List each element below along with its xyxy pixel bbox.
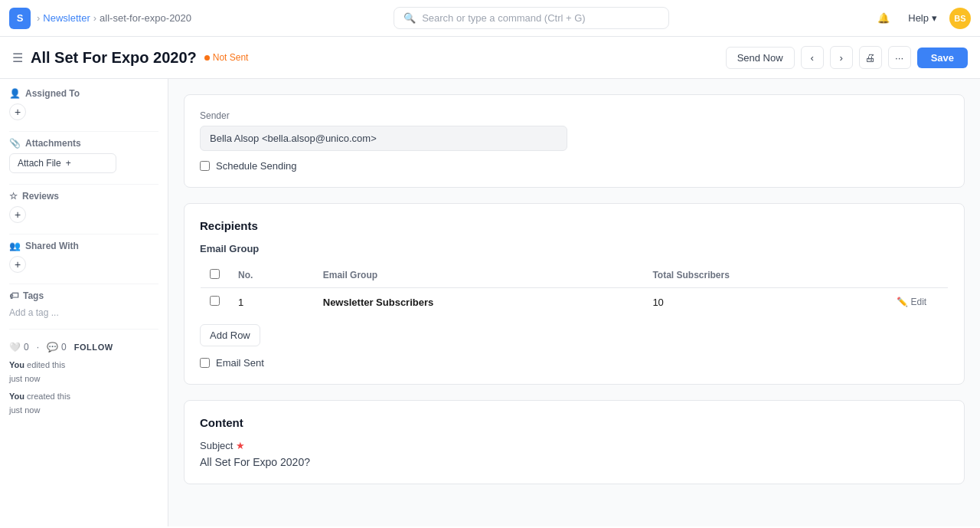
search-container: 🔍 Search or type a command (Ctrl + G) bbox=[394, 7, 669, 29]
follow-button[interactable]: FOLLOW bbox=[74, 343, 113, 352]
tag-icon: 🏷 bbox=[9, 290, 18, 301]
attachments-section: 📎 Attachments Attach File + bbox=[9, 138, 158, 173]
heart-icon: 🤍 bbox=[9, 342, 21, 353]
breadcrumb-newsletter[interactable]: Newsletter bbox=[43, 12, 90, 24]
subject-label-row: Subject ★ bbox=[200, 440, 949, 451]
table-header-row: No. Email Group Total Subscribers bbox=[201, 263, 949, 288]
email-group-header: Email Group bbox=[314, 263, 644, 288]
search-placeholder: Search or type a command (Ctrl + G) bbox=[422, 12, 586, 24]
attach-file-label: Attach File bbox=[18, 158, 61, 169]
page-header-left: ☰ All Set For Expo 2020? Not Sent bbox=[12, 49, 248, 67]
hamburger-icon[interactable]: ☰ bbox=[12, 51, 23, 65]
tags-section: 🏷 Tags Add a tag ... bbox=[9, 290, 158, 318]
reviews-section: ☆ Reviews + bbox=[9, 191, 158, 223]
send-now-button[interactable]: Send Now bbox=[726, 47, 795, 69]
attachments-title: 📎 Attachments bbox=[9, 138, 158, 149]
no-header: No. bbox=[229, 263, 314, 288]
app-icon[interactable]: S bbox=[9, 8, 31, 29]
more-options-button[interactable]: ··· bbox=[888, 46, 911, 69]
schedule-sending-label: Schedule Sending bbox=[216, 160, 297, 172]
row-actions-cell: ✏️ Edit bbox=[887, 288, 949, 316]
notifications-button[interactable]: 🔔 bbox=[871, 9, 896, 27]
assigned-to-title: 👤 Assigned To bbox=[9, 88, 158, 99]
schedule-sending-checkbox[interactable] bbox=[200, 161, 210, 171]
comments-count: 💬 0 bbox=[47, 342, 67, 353]
plus-icon: + bbox=[66, 158, 71, 169]
add-row-button[interactable]: Add Row bbox=[200, 324, 260, 346]
recipients-title: Recipients bbox=[200, 219, 949, 232]
page-title: All Set For Expo 2020? bbox=[31, 49, 197, 67]
sidebar-footer: 🤍 0 · 💬 0 FOLLOW You edited this just no… bbox=[9, 342, 158, 417]
breadcrumb-sep: › bbox=[37, 12, 40, 24]
activity-when-1: just now bbox=[9, 405, 40, 415]
status-badge: Not Sent bbox=[204, 52, 249, 63]
topbar-right: 🔔 Help ▾ BS bbox=[871, 8, 971, 29]
page-header: ☰ All Set For Expo 2020? Not Sent Send N… bbox=[0, 37, 980, 79]
add-tag-text[interactable]: Add a tag ... bbox=[9, 307, 59, 318]
share-icon: 👥 bbox=[9, 241, 21, 251]
divider-2 bbox=[9, 184, 158, 185]
person-icon: 👤 bbox=[9, 88, 21, 99]
checkbox-header bbox=[201, 263, 230, 288]
email-sent-row: Email Sent bbox=[200, 357, 949, 369]
help-button[interactable]: Help ▾ bbox=[902, 9, 943, 27]
sender-input[interactable]: Bella Alsop <bella.alsop@unico.com> bbox=[200, 126, 567, 151]
add-review-button[interactable]: + bbox=[9, 206, 26, 223]
email-group-label: Email Group bbox=[200, 243, 949, 254]
activity-action-0: edited this bbox=[27, 360, 65, 369]
comments-value: 0 bbox=[61, 342, 67, 353]
email-sent-checkbox[interactable] bbox=[200, 358, 210, 368]
select-all-checkbox[interactable] bbox=[210, 269, 220, 279]
content-section-title: Content bbox=[200, 416, 949, 429]
tags-label: Tags bbox=[23, 290, 44, 301]
search-box[interactable]: 🔍 Search or type a command (Ctrl + G) bbox=[394, 7, 669, 29]
prev-button[interactable]: ‹ bbox=[801, 46, 824, 69]
divider-1 bbox=[9, 131, 158, 132]
likes-value: 0 bbox=[24, 342, 29, 353]
next-button[interactable]: › bbox=[830, 46, 853, 69]
edit-icon: ✏️ bbox=[897, 297, 908, 307]
breadcrumb-current: all-set-for-expo-2020 bbox=[100, 12, 191, 24]
add-assigned-button[interactable]: + bbox=[9, 103, 26, 120]
attachments-label: Attachments bbox=[25, 138, 81, 149]
main-layout: 👤 Assigned To + 📎 Attachments Attach Fil… bbox=[0, 79, 980, 526]
email-sent-label: Email Sent bbox=[216, 357, 264, 369]
assigned-to-section: 👤 Assigned To + bbox=[9, 88, 158, 120]
chevron-down-icon: ▾ bbox=[932, 12, 937, 24]
status-dot bbox=[204, 55, 210, 61]
breadcrumb-sep2: › bbox=[93, 12, 96, 24]
likes-count: 🤍 0 bbox=[9, 342, 29, 353]
reviews-title: ☆ Reviews bbox=[9, 191, 158, 202]
activity-who-1: You bbox=[9, 392, 24, 401]
row-email-group-value: Newsletter Subscribers bbox=[323, 297, 434, 308]
breadcrumb: › Newsletter › all-set-for-expo-2020 bbox=[37, 12, 191, 24]
comment-icon: 💬 bbox=[47, 342, 58, 353]
content-area: Sender Bella Alsop <bella.alsop@unico.co… bbox=[168, 79, 980, 526]
attach-file-button[interactable]: Attach File + bbox=[9, 153, 116, 173]
divider-5 bbox=[9, 329, 158, 330]
add-shared-button[interactable]: + bbox=[9, 256, 26, 273]
tags-title: 🏷 Tags bbox=[9, 290, 158, 301]
dot-separator: · bbox=[37, 342, 39, 353]
avatar[interactable]: BS bbox=[949, 8, 971, 29]
activity-action-1: created this bbox=[27, 392, 70, 401]
sidebar: 👤 Assigned To + 📎 Attachments Attach Fil… bbox=[0, 79, 168, 526]
status-text: Not Sent bbox=[213, 52, 249, 63]
topbar: S › Newsletter › all-set-for-expo-2020 🔍… bbox=[0, 0, 980, 37]
edit-button[interactable]: ✏️ Edit bbox=[897, 297, 927, 307]
print-button[interactable]: 🖨 bbox=[859, 46, 882, 69]
row-checkbox-cell bbox=[201, 288, 230, 316]
subject-value: All Set For Expo 2020? bbox=[200, 456, 949, 468]
row-email-group-cell: Newsletter Subscribers bbox=[314, 288, 644, 316]
shared-with-title: 👥 Shared With bbox=[9, 241, 158, 251]
reactions-row: 🤍 0 · 💬 0 FOLLOW bbox=[9, 342, 158, 353]
save-button[interactable]: Save bbox=[917, 48, 968, 68]
paperclip-icon: 📎 bbox=[9, 138, 21, 149]
required-star: ★ bbox=[236, 440, 245, 451]
topbar-left: S › Newsletter › all-set-for-expo-2020 bbox=[9, 8, 191, 29]
edit-label: Edit bbox=[911, 297, 927, 307]
content-card: Content Subject ★ All Set For Expo 2020? bbox=[184, 400, 965, 484]
sender-card: Sender Bella Alsop <bella.alsop@unico.co… bbox=[184, 94, 965, 188]
total-subscribers-header: Total Subscribers bbox=[643, 263, 887, 288]
row-checkbox[interactable] bbox=[210, 296, 220, 306]
